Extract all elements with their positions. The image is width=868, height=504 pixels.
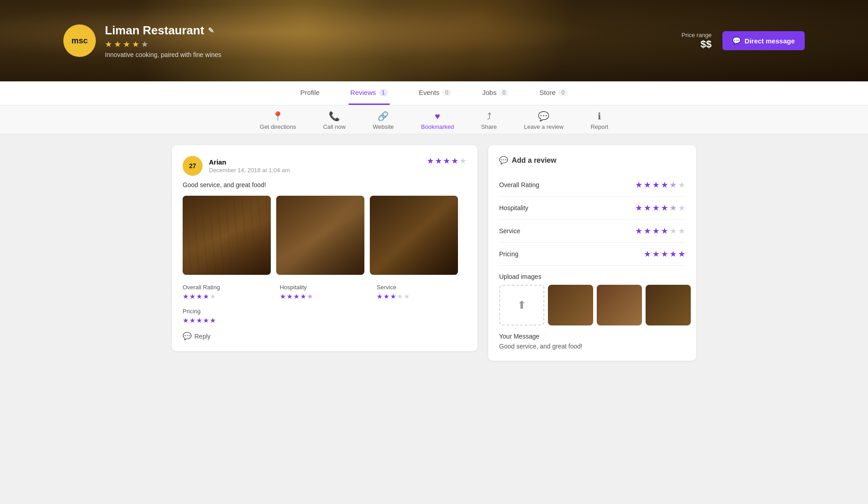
restaurant-info: Liman Restaurant ✎ ★ ★ ★ ★ ★ Innovative …: [105, 24, 222, 58]
form-star-s3[interactable]: ★: [652, 226, 660, 236]
star-3: ★: [123, 39, 130, 49]
form-service-stars[interactable]: ★ ★ ★ ★ ★ ★: [635, 226, 685, 236]
review-overall-stars: ★ ★ ★ ★ ★: [427, 156, 467, 166]
rv-star-2: ★: [435, 156, 442, 166]
form-star-p5[interactable]: ★: [678, 249, 685, 259]
reviewer-name: Arian: [209, 158, 290, 166]
form-star-h3[interactable]: ★: [652, 203, 660, 213]
store-badge: 0: [558, 89, 568, 96]
review-image-1[interactable]: [183, 196, 271, 275]
tab-jobs[interactable]: Jobs 0: [481, 81, 510, 105]
form-pricing-stars[interactable]: ★ ★ ★ ★ ★: [644, 249, 685, 259]
review-text: Good service, and great food!: [183, 181, 467, 188]
form-star-h5[interactable]: ★: [670, 203, 677, 213]
review-image-3[interactable]: [370, 196, 458, 275]
ratings-breakdown: Overall Rating ★ ★ ★ ★ ★ Hospitality ★ ★…: [183, 284, 467, 301]
price-range: Price range $$: [682, 32, 712, 50]
form-star-o2[interactable]: ★: [644, 180, 651, 190]
form-star-o5[interactable]: ★: [670, 180, 677, 190]
rv-star-3: ★: [443, 156, 450, 166]
restaurant-name: Liman Restaurant ✎: [105, 24, 222, 38]
form-star-s5[interactable]: ★: [670, 226, 677, 236]
tab-events[interactable]: Events 0: [417, 81, 453, 105]
website-icon: 🔗: [377, 111, 389, 122]
form-row-overall: Overall Rating ★ ★ ★ ★ ★ ★: [499, 174, 685, 197]
report-icon: ℹ: [598, 111, 601, 122]
form-star-h2[interactable]: ★: [644, 203, 651, 213]
form-row-service: Service ★ ★ ★ ★ ★ ★: [499, 220, 685, 243]
hero-content: msc Liman Restaurant ✎ ★ ★ ★ ★ ★ Innovat…: [63, 24, 682, 58]
action-share[interactable]: ⤴ Share: [481, 111, 497, 130]
form-title: 💬 Add a review: [499, 156, 685, 165]
review-image-2[interactable]: [276, 196, 364, 275]
tab-store[interactable]: Store 0: [538, 81, 570, 105]
form-star-p1[interactable]: ★: [644, 249, 651, 259]
rv-star-4: ★: [451, 156, 458, 166]
tab-profile[interactable]: Profile: [298, 81, 321, 105]
upload-thumb-2[interactable]: [597, 285, 642, 325]
form-star-h6[interactable]: ★: [678, 203, 685, 213]
star-1: ★: [105, 39, 112, 49]
restaurant-tagline: Innovative cooking, paired with fine win…: [105, 51, 222, 58]
rv-star-5: ★: [459, 156, 467, 166]
leave-review-icon: 💬: [538, 111, 549, 122]
directions-icon: 📍: [272, 111, 283, 122]
form-star-s4[interactable]: ★: [661, 226, 668, 236]
form-star-s2[interactable]: ★: [644, 226, 651, 236]
rv-star-1: ★: [427, 156, 434, 166]
review-card: 27 Arian December 14, 2018 at 1:04 am ★ …: [172, 145, 477, 351]
direct-message-button[interactable]: 💬 Direct message: [722, 31, 805, 50]
review-section: 27 Arian December 14, 2018 at 1:04 am ★ …: [172, 145, 477, 361]
form-star-o4[interactable]: ★: [661, 180, 668, 190]
action-call-now[interactable]: 📞 Call now: [323, 111, 346, 130]
action-website[interactable]: 🔗 Website: [373, 111, 394, 130]
rating-service: Service ★ ★ ★ ★ ★: [377, 284, 467, 301]
form-row-pricing: Pricing ★ ★ ★ ★ ★: [499, 243, 685, 266]
overall-stars: ★ ★ ★ ★ ★: [183, 292, 273, 301]
review-form: 💬 Add a review Overall Rating ★ ★ ★ ★ ★ …: [488, 145, 696, 361]
action-report[interactable]: ℹ Report: [590, 111, 608, 130]
upload-thumb-1[interactable]: [548, 285, 593, 325]
form-hospitality-stars[interactable]: ★ ★ ★ ★ ★ ★: [635, 203, 685, 213]
upload-thumb-3[interactable]: [646, 285, 691, 325]
form-star-o3[interactable]: ★: [652, 180, 660, 190]
form-overall-stars[interactable]: ★ ★ ★ ★ ★ ★: [635, 180, 685, 190]
form-star-o1[interactable]: ★: [635, 180, 642, 190]
events-badge: 0: [442, 89, 452, 96]
add-review-icon: 💬: [499, 156, 508, 165]
reply-button[interactable]: 💬 Reply: [183, 332, 211, 340]
rating-hospitality: Hospitality ★ ★ ★ ★ ★: [280, 284, 370, 301]
form-star-p3[interactable]: ★: [661, 249, 668, 259]
restaurant-logo: msc: [63, 24, 96, 57]
tab-reviews[interactable]: Reviews 1: [349, 81, 390, 105]
message-section: Your Message Good service, and great foo…: [499, 333, 685, 350]
upload-grid: ⬆: [499, 285, 685, 325]
form-star-p2[interactable]: ★: [652, 249, 660, 259]
share-icon: ⤴: [487, 111, 491, 122]
main-content: 27 Arian December 14, 2018 at 1:04 am ★ …: [108, 134, 760, 372]
nav-tabs: Profile Reviews 1 Events 0 Jobs 0 Store …: [0, 81, 868, 105]
call-icon: 📞: [329, 111, 340, 122]
action-bookmarked[interactable]: ♥ Bookmarked: [421, 111, 454, 130]
form-star-p4[interactable]: ★: [670, 249, 677, 259]
action-leave-review[interactable]: 💬 Leave a review: [524, 111, 563, 130]
rating-overall: Overall Rating ★ ★ ★ ★ ★: [183, 284, 273, 301]
form-row-hospitality: Hospitality ★ ★ ★ ★ ★ ★: [499, 197, 685, 220]
restaurant-stars: ★ ★ ★ ★ ★: [105, 39, 222, 49]
form-star-s6[interactable]: ★: [678, 226, 685, 236]
message-icon: 💬: [732, 37, 741, 45]
service-stars: ★ ★ ★ ★ ★: [377, 292, 467, 301]
star-5-empty: ★: [141, 39, 148, 49]
action-get-directions[interactable]: 📍 Get directions: [260, 111, 296, 130]
form-star-o6[interactable]: ★: [678, 180, 685, 190]
upload-placeholder[interactable]: ⬆: [499, 285, 544, 325]
form-star-s1[interactable]: ★: [635, 226, 642, 236]
edit-icon[interactable]: ✎: [208, 26, 214, 35]
review-images: [183, 196, 467, 275]
form-star-h4[interactable]: ★: [661, 203, 668, 213]
review-date: December 14, 2018 at 1:04 am: [209, 167, 290, 174]
form-star-h1[interactable]: ★: [635, 203, 642, 213]
pricing-section: Pricing ★ ★ ★ ★ ★: [183, 308, 467, 325]
star-2: ★: [114, 39, 121, 49]
upload-section: Upload images ⬆: [499, 273, 685, 325]
